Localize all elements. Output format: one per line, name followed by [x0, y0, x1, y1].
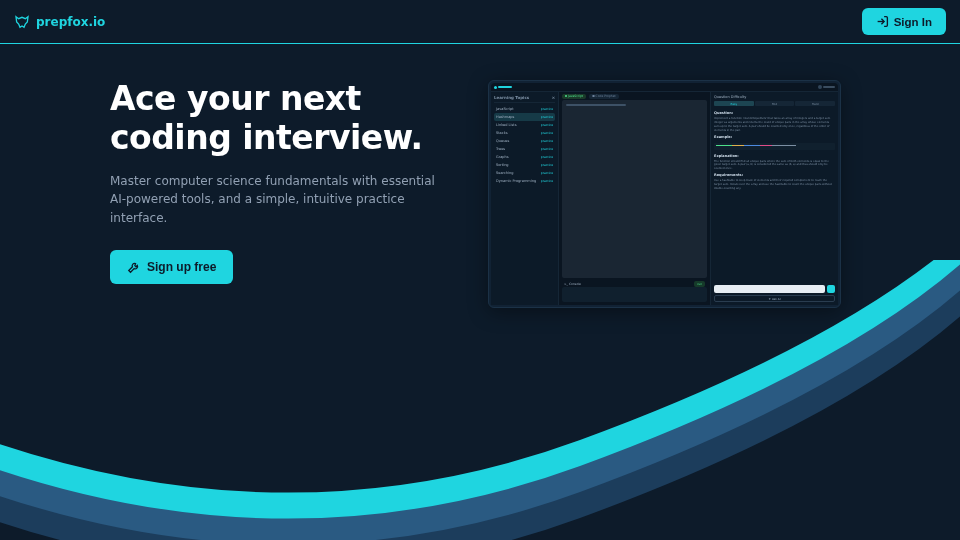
- difficulty-tab: Mid: [755, 101, 795, 106]
- mock-console: Console run: [562, 280, 707, 302]
- chat-input-row: [714, 285, 835, 293]
- console-title: Console: [564, 282, 581, 286]
- explanation-text: The function should find all unique pair…: [714, 160, 835, 172]
- signup-label: Sign up free: [147, 260, 216, 274]
- sidebar-item: Searchingpractice: [494, 169, 555, 177]
- mock-sidebar: Learning Topics × JavaScriptpracticeHash…: [491, 92, 559, 305]
- signup-button[interactable]: Sign up free: [110, 250, 233, 284]
- fox-icon: [14, 14, 30, 30]
- sidebar-item: Queuespractice: [494, 137, 555, 145]
- example-title: Example:: [714, 135, 835, 139]
- brand-text: prepfox.io: [36, 15, 105, 29]
- sidebar-close-icon: ×: [552, 95, 555, 100]
- sidebar-item: Hashmapspractice: [494, 113, 555, 121]
- sidebar-item: Graphspractice: [494, 153, 555, 161]
- mock-header: [491, 83, 838, 92]
- hero-headline: Ace your next coding interview.: [110, 80, 450, 158]
- signin-icon: [876, 15, 889, 28]
- difficulty-title: Question Difficulty: [714, 95, 835, 99]
- requirements-title: Requirements:: [714, 173, 835, 177]
- tab-py: Code Prophet: [589, 94, 619, 99]
- sidebar-item: JavaScriptpractice: [494, 105, 555, 113]
- difficulty-tab: Easy: [714, 101, 754, 106]
- difficulty-tabs: EasyMidHard: [714, 101, 835, 106]
- question-title: Question:: [714, 111, 835, 115]
- top-nav: prepfox.io Sign In: [0, 0, 960, 44]
- hero-copy: Ace your next coding interview. Master c…: [110, 80, 450, 308]
- mock-editor: [562, 100, 707, 278]
- run-button: run: [694, 281, 705, 287]
- tab-js: JavaScript: [562, 94, 586, 99]
- signin-label: Sign In: [894, 16, 932, 28]
- question-text: Implement a function 'countUniquePairs' …: [714, 117, 835, 133]
- requirements-text: Use a hashtable to keep track of element…: [714, 179, 835, 191]
- signin-button[interactable]: Sign In: [862, 8, 946, 35]
- sidebar-item: Dynamic Programmingpractice: [494, 177, 555, 185]
- mock-right-panel: Question Difficulty EasyMidHard Question…: [710, 92, 838, 305]
- hero-section: Ace your next coding interview. Master c…: [0, 44, 960, 308]
- mock-main: JavaScript Code Prophet Console run: [559, 92, 710, 305]
- brand-logo[interactable]: prepfox.io: [14, 14, 105, 30]
- chat-input: [714, 285, 825, 293]
- difficulty-tab: Hard: [795, 101, 835, 106]
- product-screenshot: Learning Topics × JavaScriptpracticeHash…: [488, 80, 841, 308]
- sidebar-item: Sortingpractice: [494, 161, 555, 169]
- sidebar-item: Treespractice: [494, 145, 555, 153]
- ask-ai-button: Ask AI: [714, 295, 835, 302]
- explanation-title: Explanation:: [714, 154, 835, 158]
- sidebar-list: JavaScriptpracticeHashmapspracticeLinked…: [494, 105, 555, 185]
- sidebar-item: Linked Listspractice: [494, 121, 555, 129]
- hero-subhead: Master computer science fundamentals wit…: [110, 172, 450, 228]
- mock-tabs: JavaScript Code Prophet: [559, 92, 710, 100]
- send-icon: [827, 285, 835, 293]
- sidebar-item: Stackspractice: [494, 129, 555, 137]
- example-code: [714, 143, 835, 150]
- tools-icon: [127, 260, 141, 274]
- sidebar-title: Learning Topics: [494, 95, 529, 100]
